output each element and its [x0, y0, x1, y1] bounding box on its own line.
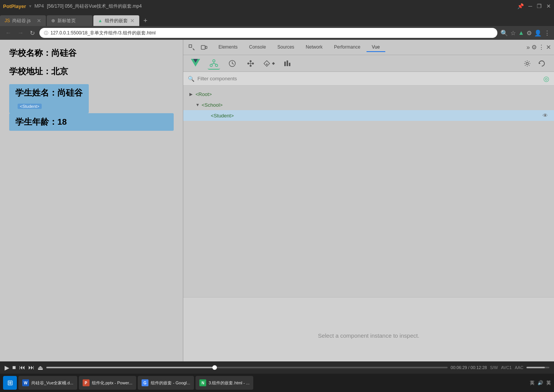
tray-volume-icon[interactable]: 🔊 — [538, 380, 543, 385]
url-text: 127.0.0.1:5500/18_非单文件组件/3.组件的嵌套.html — [51, 30, 156, 36]
student-name-label: 学生姓名： — [15, 88, 57, 98]
eject-button[interactable]: ⏏ — [37, 364, 43, 371]
extensions-icon[interactable]: ⚙ — [526, 29, 532, 37]
media-bar: ▶ ■ ⏮ ⏭ ⏏ 00:06:29 / 00:12:28 S/W AVC1 A… — [0, 361, 554, 374]
volume-bar[interactable] — [526, 367, 549, 368]
svg-rect-2 — [201, 46, 205, 49]
taskbar-label-1: 尚硅谷_Vue全家桶.d... — [31, 380, 73, 386]
taskbar-icon-2: P — [83, 379, 90, 386]
window-title: [56/170] 056_尚硅谷Vue技术_组件的嵌套.mp4 — [47, 3, 142, 10]
filter-target-icon[interactable]: ◎ — [543, 75, 549, 83]
vuejs-icon[interactable]: ▲ — [518, 29, 524, 36]
tab-elements[interactable]: Elements — [213, 43, 243, 52]
device-toggle-icon[interactable] — [199, 42, 209, 53]
student-age-row: 学生年龄：18 — [9, 113, 174, 131]
svg-line-1 — [193, 49, 194, 50]
tab3-close[interactable]: ✕ — [130, 18, 135, 24]
forward-button[interactable]: → — [16, 29, 25, 37]
tab3-icon: ▲ — [98, 18, 103, 23]
play-button[interactable]: ▶ — [5, 364, 9, 371]
school-component-label: <School> — [202, 102, 223, 108]
main-area: 学校名称：尚硅谷 学校地址：北京 学生姓名：尚硅谷 <Student> 学生年龄… — [0, 40, 554, 374]
devtools-menu-icon[interactable]: ⋮ — [538, 44, 544, 51]
tab-vue[interactable]: Vue — [367, 43, 385, 52]
vuex-icon[interactable] — [244, 57, 257, 70]
restore-icon[interactable]: ❐ — [537, 3, 542, 9]
profile-icon[interactable]: 👤 — [534, 29, 542, 37]
vue-settings-icon[interactable] — [521, 57, 533, 70]
performance-icon[interactable] — [281, 57, 293, 70]
svg-rect-23 — [287, 60, 288, 66]
vue-filter-bar: 🔍 ◎ — [183, 72, 554, 86]
back-button[interactable]: ← — [4, 29, 13, 37]
media-format2: AVC1 — [501, 365, 512, 370]
address-bar[interactable]: ⓘ 127.0.0.1:5500/18_非单文件组件/3.组件的嵌套.html — [39, 28, 497, 38]
student-age-label: 学生年龄： — [15, 117, 57, 127]
bookmark-icon[interactable]: ☆ — [510, 29, 516, 37]
tab-performance[interactable]: Performance — [329, 43, 366, 52]
tab-sources[interactable]: Sources — [272, 43, 300, 52]
media-right-controls — [526, 367, 549, 368]
browser-chrome: JS 尚硅谷.js ✕ ⊕ 新标签页 ▲ 组件的嵌套 ✕ + ← → ↻ ⓘ 1… — [0, 12, 554, 40]
menu-icon[interactable]: ⋮ — [544, 29, 550, 37]
start-button[interactable]: ⊞ — [3, 376, 17, 390]
component-tree-icon[interactable] — [208, 57, 220, 70]
tab1-icon: JS — [5, 18, 10, 23]
devtools-close-icon[interactable]: ✕ — [546, 44, 551, 51]
svg-marker-21 — [272, 62, 275, 65]
media-format: MP4 — [34, 3, 44, 9]
tab-console[interactable]: Console — [244, 43, 271, 52]
root-component-label: <Root> — [196, 91, 212, 97]
app-name[interactable]: PotPlayer — [3, 3, 26, 9]
tab1-close[interactable]: ✕ — [37, 18, 41, 24]
tab-2[interactable]: ⊕ 新标签页 — [47, 15, 93, 26]
eye-icon[interactable]: 👁 — [543, 112, 548, 119]
svg-point-25 — [526, 62, 528, 65]
tab-1[interactable]: JS 尚硅谷.js ✕ — [0, 15, 46, 26]
minimize-icon[interactable]: ─ — [528, 3, 532, 9]
tree-item-root[interactable]: ▶ <Root> — [183, 89, 554, 99]
filter-input[interactable] — [197, 76, 540, 81]
taskbar-item-3[interactable]: G 组件的嵌套 - Googl... — [138, 376, 194, 390]
media-progress-bar[interactable] — [46, 367, 448, 368]
more-tabs-icon[interactable]: » — [526, 44, 530, 51]
title-sep: ▾ — [29, 3, 31, 9]
svg-point-15 — [250, 60, 252, 62]
timeline-icon[interactable] — [226, 57, 238, 70]
taskbar-label-2: 组件化.pptx - Power... — [92, 380, 132, 386]
pin-icon[interactable]: 📌 — [517, 3, 524, 9]
media-format1: S/W — [490, 365, 498, 370]
school-addr-row: 学校地址：北京 — [9, 66, 174, 77]
inspect-element-icon[interactable] — [186, 42, 197, 53]
nav-right-icons: 🔍 ☆ ▲ ⚙ 👤 ⋮ — [500, 29, 550, 37]
zoom-icon[interactable]: 🔍 — [500, 29, 508, 37]
tree-item-school[interactable]: ▼ <School> — [183, 99, 554, 110]
svg-point-7 — [210, 64, 212, 67]
devtools-left-icons — [186, 42, 209, 53]
router-icon[interactable]: ► — [263, 57, 275, 70]
vue-toolbar: ► — [183, 55, 554, 72]
school-name-row: 学校名称：尚硅谷 — [9, 47, 174, 59]
prev-button[interactable]: ⏮ — [19, 364, 25, 371]
devtools-right-icons: » ⚙ ⋮ ✕ — [526, 44, 551, 51]
vue-refresh-icon[interactable] — [536, 57, 548, 70]
stop-button[interactable]: ■ — [12, 364, 16, 371]
tab-network[interactable]: Network — [300, 43, 328, 52]
taskbar-icon-1: W — [22, 379, 29, 386]
student-name-row: 学生姓名：尚硅谷 <Student> — [9, 84, 89, 113]
close-icon[interactable]: ✕ — [546, 3, 551, 9]
new-tab-button[interactable]: + — [140, 15, 151, 26]
tab-3[interactable]: ▲ 组件的嵌套 ✕ — [93, 15, 139, 26]
taskbar-item-1[interactable]: W 尚硅谷_Vue全家桶.d... — [18, 376, 77, 390]
settings-icon[interactable]: ⚙ — [531, 44, 537, 51]
tab3-label: 组件的嵌套 — [105, 18, 128, 24]
inspect-message: Select a component instance to inspect. — [318, 332, 419, 339]
taskbar-item-4[interactable]: N 3.组件的嵌套.html - ... — [196, 376, 253, 390]
taskbar: ⊞ W 尚硅谷_Vue全家桶.d... P 组件化.pptx - Power..… — [0, 374, 554, 392]
next-button[interactable]: ⏭ — [28, 364, 34, 371]
taskbar-item-2[interactable]: P 组件化.pptx - Power... — [79, 376, 136, 390]
reload-button[interactable]: ↻ — [28, 29, 36, 37]
tree-item-student[interactable]: <Student> 👁 — [183, 110, 554, 121]
media-format3: AAC — [515, 365, 523, 370]
tab-bar: JS 尚硅谷.js ✕ ⊕ 新标签页 ▲ 组件的嵌套 ✕ + — [0, 12, 554, 26]
